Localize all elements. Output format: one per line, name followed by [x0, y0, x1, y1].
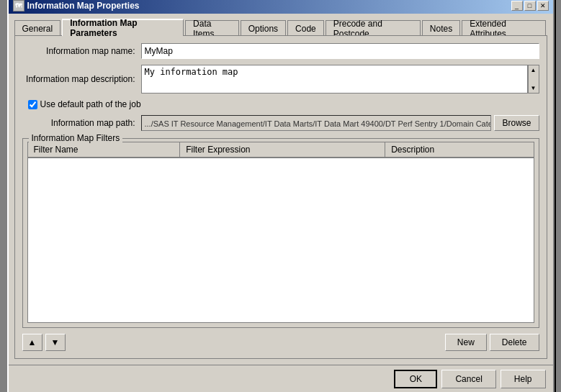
tab-options[interactable]: Options	[241, 20, 286, 36]
tab-bar: General Information Map Parameters Data …	[14, 18, 547, 35]
filters-group-label: Information Map Filters	[29, 133, 123, 143]
desc-textarea-wrap: My information map ▲ ▼	[141, 65, 539, 94]
col-description: Description	[385, 142, 534, 158]
tab-precode-postcode[interactable]: Precode and Postcode	[326, 20, 421, 36]
name-label: Information map name:	[22, 46, 141, 56]
filters-group: Information Map Filters Filter Name Filt…	[22, 138, 539, 328]
filters-table: Filter Name Filter Expression Descriptio…	[27, 142, 534, 158]
new-button[interactable]: New	[445, 334, 487, 351]
dialog-body: General Information Map Parameters Data …	[9, 14, 553, 365]
col-filter-expr: Filter Expression	[180, 142, 385, 158]
cancel-button[interactable]: Cancel	[441, 370, 495, 388]
dialog-icon: 🗺	[13, 0, 24, 12]
move-up-button[interactable]: ▲	[22, 334, 42, 351]
tab-content: Information map name: Information map de…	[14, 35, 547, 359]
dialog-title: Information Map Properties	[27, 1, 140, 11]
name-row: Information map name:	[22, 43, 539, 59]
default-path-label: Use default path of the job	[40, 99, 141, 109]
filter-bottom: ▲ ▼ New Delete	[22, 334, 539, 351]
action-buttons: New Delete	[445, 334, 539, 351]
close-button[interactable]: ✕	[537, 1, 549, 11]
default-path-checkbox[interactable]	[28, 100, 37, 109]
title-controls: _ □ ✕	[511, 1, 549, 11]
path-row: Information map path: .../SAS IT Resourc…	[22, 115, 539, 131]
desc-label: Information map description:	[22, 74, 141, 84]
browse-button[interactable]: Browse	[494, 115, 539, 131]
help-button[interactable]: Help	[501, 370, 546, 388]
desc-scrollbar[interactable]: ▲ ▼	[528, 65, 539, 94]
arrow-buttons: ▲ ▼	[22, 334, 66, 351]
tab-information-map-parameters[interactable]: Information Map Parameters	[62, 19, 184, 36]
tab-extended-attributes[interactable]: Extended Attributes	[462, 20, 545, 36]
tab-code[interactable]: Code	[287, 20, 324, 36]
minimize-button[interactable]: _	[511, 1, 523, 11]
checkbox-row: Use default path of the job	[22, 99, 539, 109]
filters-table-body	[27, 158, 534, 323]
path-input-display: .../SAS IT Resource Management/IT Data M…	[141, 115, 492, 131]
dialog-footer: OK Cancel Help	[9, 365, 553, 392]
path-label: Information map path:	[22, 118, 141, 128]
move-down-button[interactable]: ▼	[45, 334, 66, 351]
col-filter-name: Filter Name	[27, 142, 180, 158]
tab-notes[interactable]: Notes	[422, 20, 460, 36]
maximize-button[interactable]: □	[524, 1, 536, 11]
tab-general[interactable]: General	[14, 20, 61, 36]
delete-button[interactable]: Delete	[490, 334, 539, 351]
ok-button[interactable]: OK	[394, 370, 437, 388]
title-bar: 🗺 Information Map Properties _ □ ✕	[9, 0, 553, 14]
name-input[interactable]	[141, 43, 539, 59]
dialog: 🗺 Information Map Properties _ □ ✕ Gener…	[7, 0, 555, 392]
tab-data-items[interactable]: Data Items	[185, 20, 239, 36]
desc-row: Information map description: My informat…	[22, 65, 539, 94]
desc-textarea[interactable]: My information map	[141, 65, 528, 94]
